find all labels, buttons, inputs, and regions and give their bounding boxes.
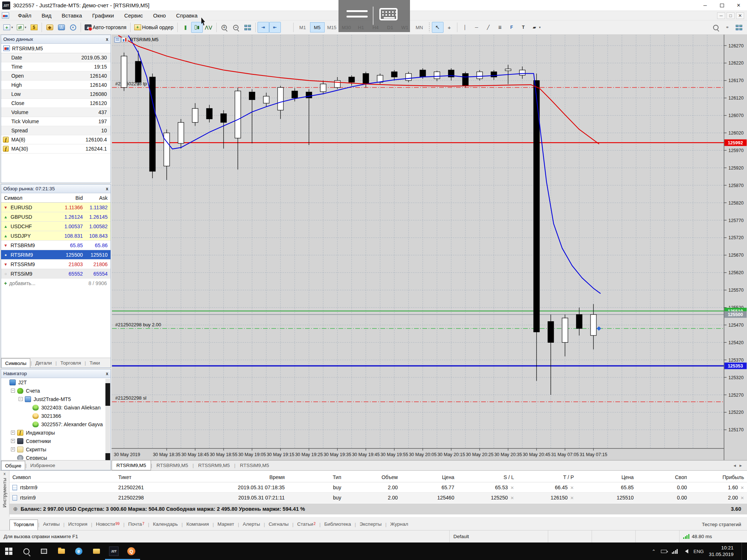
toolbox-tab-0[interactable]: Торговля	[9, 520, 38, 530]
toolbox-side-label[interactable]: Инструменты	[2, 478, 7, 508]
symbol-row-rtssrm9[interactable]: ▼RTSSRM92180321806	[1, 260, 111, 269]
remove-level-icon[interactable]: ✕	[740, 495, 744, 501]
column-header[interactable]: Прибыль	[690, 474, 747, 480]
battery-icon[interactable]	[661, 550, 667, 553]
shift-end-button[interactable]: ⇥	[258, 22, 269, 33]
close-icon[interactable]: x	[106, 37, 108, 42]
market-watch-tab-0[interactable]: Символы	[1, 358, 30, 368]
chart-window-icon[interactable]	[2, 12, 9, 19]
zoom-out-button[interactable]: −	[230, 22, 242, 33]
child-minimize-button[interactable]: ─	[717, 12, 725, 19]
column-header[interactable]: Время	[212, 474, 288, 480]
navigator-scrollbar[interactable]	[105, 379, 110, 469]
tree-item[interactable]: +Скрипты	[1, 445, 111, 454]
tree-item[interactable]: +fИндикаторы	[1, 428, 111, 437]
line-chart-button[interactable]: ⋀⋁	[203, 22, 214, 33]
column-header[interactable]: S / L	[457, 474, 517, 480]
expand-icon[interactable]: +	[11, 439, 15, 443]
collapse-icon[interactable]: −	[11, 389, 15, 393]
chart-tab-rtssim9m5[interactable]: RTSSiM9,M5	[236, 460, 274, 470]
tray-chevron-icon[interactable]: ⌃	[652, 549, 656, 554]
new-chart-button[interactable]: +▾	[1, 22, 15, 33]
menu-lines-icon[interactable]	[347, 10, 368, 12]
toolbox-tab-4[interactable]: Почта7	[124, 520, 148, 530]
menu-view[interactable]: Вид	[36, 12, 57, 19]
toolbox-tab-7[interactable]: Маркет	[214, 520, 238, 530]
chart-tab-rtsrim9m5[interactable]: RTSRIM9,M5	[112, 460, 151, 470]
profiles-button[interactable]: ⇄▾	[15, 22, 28, 33]
toolbox-tab-6[interactable]: Компания	[183, 520, 213, 530]
symbol-row-eurusd[interactable]: ▼EURUSD1.113661.11382	[1, 203, 111, 212]
column-header[interactable]: Цена	[577, 474, 636, 480]
channel-button[interactable]: ≣	[494, 22, 506, 33]
remove-level-icon[interactable]: ✕	[570, 495, 574, 501]
close-icon[interactable]: x	[4, 471, 6, 476]
vertical-line-button[interactable]: │	[459, 22, 471, 33]
candlestick-chart[interactable]: #212502298 tp#212502298 buy 2.00#2125022…	[112, 35, 747, 460]
tree-item[interactable]: +Советники	[1, 437, 111, 445]
symbol-row-usdchf[interactable]: ▲USDCHF1.005371.00582	[1, 222, 111, 231]
horizontal-line-button[interactable]: ─	[471, 22, 483, 33]
toolbox-tab-11[interactable]: Библиотека	[321, 520, 355, 530]
chart-tab-rtssrm9m5[interactable]: RTSSRM9,M5	[194, 460, 234, 470]
toolbox-tab-12[interactable]: Эксперты	[356, 520, 385, 530]
column-bid[interactable]: Bid	[55, 195, 83, 201]
taskbar-search-button[interactable]	[18, 542, 35, 560]
tree-item[interactable]: 3021366	[1, 412, 111, 420]
quik-app-button[interactable]: Q	[123, 542, 140, 560]
maximize-button[interactable]	[713, 0, 730, 11]
bar-chart-button[interactable]: |||	[179, 22, 191, 33]
tree-item[interactable]: 3022557: Alexander Gayva	[1, 420, 111, 428]
start-button[interactable]	[0, 542, 18, 560]
show-desktop-button[interactable]	[742, 542, 743, 560]
remove-level-icon[interactable]: ✕	[510, 495, 514, 501]
timeframe-m1-button[interactable]: M1	[295, 22, 310, 32]
history-data-button[interactable]: ◆	[44, 22, 55, 33]
symbol-row-usdjpy[interactable]: ▲USDJPY108.831108.843	[1, 231, 111, 241]
toolbox-tab-9[interactable]: Сигналы	[265, 520, 293, 530]
column-header[interactable]: Тикет	[115, 474, 211, 480]
network-icon[interactable]	[672, 549, 678, 554]
menu-file[interactable]: Файл	[13, 12, 36, 19]
menu-help[interactable]: Справка	[171, 12, 203, 19]
navigator-button[interactable]: ♙	[55, 22, 67, 33]
keyboard-icon[interactable]	[379, 8, 398, 20]
toolbox-tab-8[interactable]: Алерты	[239, 520, 264, 530]
toolbox-tab-13[interactable]: Журнал	[387, 520, 412, 530]
column-symbol[interactable]: Символ	[1, 195, 55, 201]
column-header[interactable]: T / P	[517, 474, 577, 480]
timeframe-m15-button[interactable]: M15	[325, 22, 339, 32]
symbol-row-rtsbrm9[interactable]: ▼RTSBRM965.8565.86	[1, 241, 111, 250]
position-row[interactable]: rtsrim92125022982019.05.31 07:21:11buy2.…	[9, 493, 747, 503]
navigator-tab-0[interactable]: Общие	[1, 461, 25, 470]
fibonacci-button[interactable]: F	[506, 22, 518, 33]
toolbox-tab-2[interactable]: История	[65, 520, 91, 530]
j2t-app-button[interactable]: J2T	[105, 542, 123, 560]
autotrading-button[interactable]: ▲Авто-торговля	[83, 22, 128, 33]
market-watch-tab-2[interactable]: Торговля	[57, 358, 85, 368]
market-watch-tab-3[interactable]: Тики	[86, 358, 104, 368]
folder-button[interactable]	[88, 542, 105, 560]
crosshair-tool-button[interactable]: +	[444, 22, 455, 33]
close-icon[interactable]: x	[106, 371, 108, 376]
column-ask[interactable]: Ask	[83, 195, 111, 201]
expand-icon[interactable]: +	[11, 431, 15, 435]
menu-insert[interactable]: Вставка	[57, 12, 87, 19]
scrollbar-thumb[interactable]	[105, 383, 110, 406]
remove-level-icon[interactable]: ✕	[740, 485, 744, 490]
navigator-tab-1[interactable]: Избранное	[27, 460, 59, 470]
market-watch-tab-1[interactable]: Детали	[32, 358, 55, 368]
community-button[interactable]: ⚭	[721, 22, 733, 33]
minimize-button[interactable]: ─	[697, 0, 713, 11]
edge-button[interactable]: e	[70, 542, 88, 560]
terminal-button[interactable]: ●	[67, 22, 79, 33]
new-order-button[interactable]: +Новый ордер	[132, 22, 175, 33]
trendline-button[interactable]: ╱	[483, 22, 494, 33]
add-symbol-row[interactable]: + добавить... 8 / 9906	[1, 279, 111, 288]
menu-lines-icon[interactable]	[347, 16, 368, 18]
task-view-button[interactable]	[35, 542, 53, 560]
tree-item[interactable]: −Just2Trade-MT5	[1, 395, 111, 403]
column-header[interactable]: Своп	[636, 474, 690, 480]
menu-service[interactable]: Сервис	[119, 12, 148, 19]
timeframe-mn-button[interactable]: MN	[412, 22, 427, 32]
